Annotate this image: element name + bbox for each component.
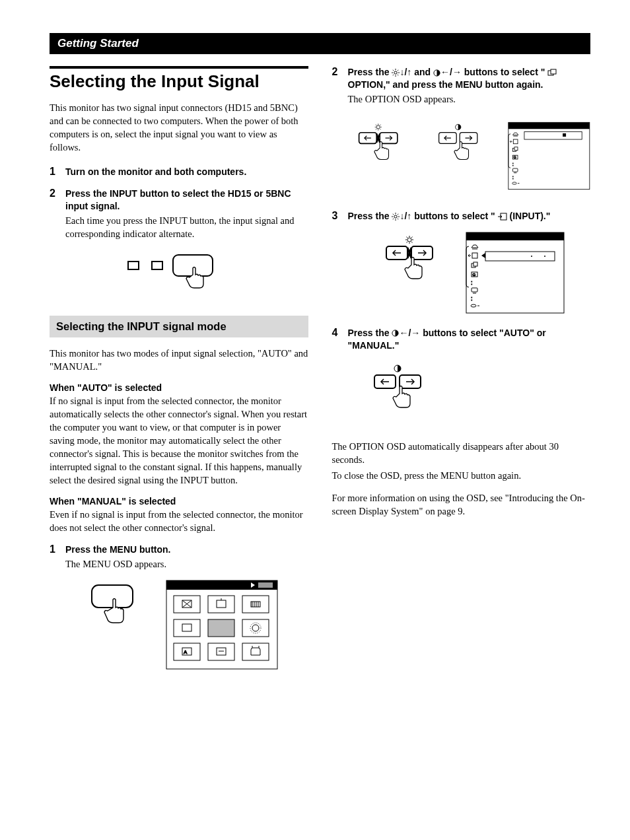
left-column: Selecting the Input Signal This monitor …: [50, 66, 308, 683]
leftright-arrows-icon: ←/→: [399, 328, 420, 338]
step3-figure: G : :: [348, 232, 591, 314]
svg-line-55: [380, 124, 380, 125]
step-1: Turn on the monitor and both computers.: [50, 166, 308, 178]
menu-osd-figure: A: [50, 580, 308, 670]
manual-head: When "MANUAL" is selected: [50, 496, 308, 507]
option-osd-svg: G : :: [508, 115, 590, 197]
step-2-body: Each time you press the INPUT button, th…: [65, 214, 308, 240]
input-icon: [498, 213, 507, 221]
brightness-icon: [392, 213, 400, 221]
auto-body: If no signal is input from the selected …: [50, 394, 308, 487]
svg-line-53: [375, 124, 376, 125]
step2-figure: G : :: [348, 115, 591, 197]
svg-point-94: [407, 238, 411, 242]
svg-rect-0: [128, 262, 139, 269]
col2-step-4-head: Press the ←/→ buttons to select "AUTO" o…: [348, 327, 591, 352]
svg-text::: :: [512, 161, 514, 167]
svg-line-56: [375, 129, 376, 129]
svg-rect-47: [551, 69, 556, 74]
auto-section: When "AUTO" is selected If no signal is …: [50, 382, 308, 487]
svg-rect-109: [466, 232, 564, 313]
closing-3: For more information on using the OSD, s…: [332, 491, 591, 518]
step-1-head: Turn on the monitor and both computers.: [65, 166, 308, 178]
menu-button-svg: [80, 580, 146, 646]
step4-figure: [361, 361, 591, 427]
manual-steps: Press the MENU button. The MENU OSD appe…: [50, 543, 308, 571]
section-header: Getting Started: [50, 33, 590, 54]
manual-step-1-head: Press the MENU button.: [65, 543, 308, 556]
svg-text:G: G: [514, 155, 516, 159]
option-osd-input-svg: G : :: [466, 232, 565, 314]
updown-arrows-icon: ↓/↑: [400, 67, 411, 77]
contrast-icon: [392, 330, 399, 337]
leftright-arrows-icon: ←/→: [440, 67, 462, 77]
svg-line-101: [411, 236, 413, 238]
svg-text::: :: [471, 295, 473, 302]
svg-rect-1: [152, 262, 162, 269]
svg-line-89: [398, 219, 398, 219]
svg-line-88: [393, 214, 394, 215]
svg-line-90: [398, 214, 398, 215]
col2-steps: Press the ↓/↑ and ←/→ buttons to select …: [332, 66, 591, 427]
svg-text:G: G: [473, 273, 476, 277]
manual-step-1-body: The MENU OSD appears.: [65, 557, 308, 571]
svg-line-44: [393, 75, 394, 75]
input-button-figure: [50, 250, 308, 296]
step-2-head: Press the INPUT button to select the HD1…: [65, 188, 308, 213]
svg-line-42: [398, 75, 398, 75]
svg-line-43: [398, 70, 398, 71]
svg-rect-6: [258, 582, 273, 588]
col2-step-2-body: The OPTION OSD appears.: [348, 92, 591, 106]
primary-steps: Turn on the monitor and both computers. …: [50, 166, 308, 240]
manual-step-1: Press the MENU button. The MENU OSD appe…: [50, 543, 308, 571]
contrast-icon: [433, 69, 440, 77]
manual-body: Even if no signal is input from the sele…: [50, 508, 308, 534]
sub-intro: This monitor has two modes of input sign…: [50, 347, 308, 373]
svg-point-48: [376, 125, 380, 129]
updown-arrows-icon: ↓/↑: [400, 211, 411, 221]
svg-line-91: [393, 219, 394, 219]
input-button-svg: [123, 250, 235, 296]
brightness-icon: [392, 69, 400, 77]
svg-text:A: A: [184, 649, 188, 655]
auto-head: When "AUTO" is selected: [50, 382, 308, 393]
col2-step-3: Press the ↓/↑ buttons to select " (INPUT…: [332, 210, 591, 314]
svg-point-36: [394, 71, 397, 74]
svg-point-124: [544, 256, 545, 257]
svg-rect-73: [514, 147, 518, 150]
svg-rect-3: [92, 585, 133, 608]
svg-line-99: [407, 236, 408, 238]
svg-rect-12: [208, 619, 234, 637]
svg-rect-69: [508, 122, 590, 129]
intro-paragraph: This monitor has two signal input connec…: [50, 101, 308, 154]
col2-step-2-head: Press the ↓/↑ and ←/→ buttons to select …: [348, 66, 591, 91]
svg-text::: :: [471, 279, 473, 286]
contrast-buttons-svg: [361, 361, 434, 427]
menu-osd-svg: A: [166, 580, 278, 670]
svg-point-83: [394, 215, 397, 218]
svg-rect-68: [508, 122, 590, 189]
svg-line-54: [380, 129, 380, 129]
col2-step-3-head: Press the ↓/↑ buttons to select " (INPUT…: [348, 210, 591, 223]
manual-section: When "MANUAL" is selected Even if no sig…: [50, 496, 308, 534]
svg-point-123: [531, 256, 532, 257]
step-2: Press the INPUT button to select the HD1…: [50, 188, 308, 240]
svg-line-102: [407, 242, 408, 243]
right-column: Press the ↓/↑ and ←/→ buttons to select …: [332, 66, 591, 683]
svg-text::: :: [512, 174, 514, 180]
svg-rect-114: [473, 262, 477, 266]
brightness-buttons-svg: [373, 232, 446, 298]
svg-rect-110: [466, 232, 564, 240]
col2-step-4: Press the ←/→ buttons to select "AUTO" o…: [332, 327, 591, 427]
brightness-buttons-svg: [348, 115, 408, 181]
section-title: Getting Started: [57, 37, 139, 50]
svg-line-41: [393, 70, 394, 71]
svg-line-100: [411, 242, 413, 243]
option-icon: [547, 69, 557, 77]
sub-heading: Selecting the INPUT signal mode: [50, 316, 308, 337]
closing-2: To close the OSD, press the MENU button …: [332, 469, 591, 482]
two-column-layout: Selecting the Input Signal This monitor …: [50, 66, 590, 683]
svg-rect-82: [563, 133, 566, 137]
page-title: Selecting the Input Signal: [50, 66, 308, 92]
closing-1: The OPTION OSD automatically disappears …: [332, 440, 591, 466]
